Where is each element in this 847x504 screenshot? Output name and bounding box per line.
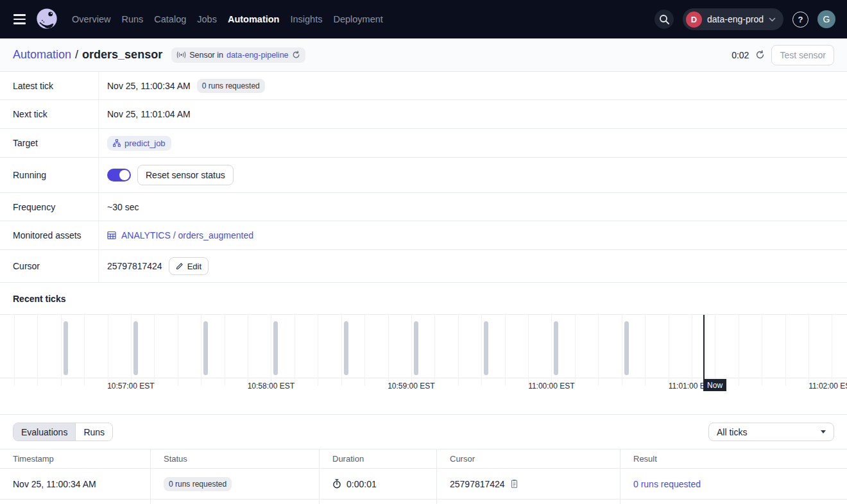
column-header-status: Status: [150, 449, 319, 468]
tick-bar[interactable]: [64, 321, 68, 375]
timeline-gridline: [739, 315, 739, 386]
timeline-gridline: [201, 315, 201, 386]
timeline-gridline: [434, 315, 435, 386]
frequency-row: Frequency ~30 sec: [0, 193, 847, 221]
copy-cursor-icon[interactable]: [510, 479, 518, 489]
dagster-logo-icon[interactable]: [35, 7, 59, 31]
nav-item-insights[interactable]: Insights: [290, 14, 322, 24]
running-row: Running Reset sensor status: [0, 158, 847, 193]
tab-runs[interactable]: Runs: [75, 423, 112, 441]
timeline-gridline: [785, 315, 786, 386]
timeline-gridline: [37, 315, 38, 386]
breadcrumb-separator: /: [75, 48, 78, 62]
timeline-gridline: [692, 315, 692, 386]
timeline-gridline: [575, 315, 576, 386]
timeline-gridline: [61, 315, 62, 386]
tick-filter-value: All ticks: [717, 427, 747, 437]
next-tick-row: Next tick Nov 25, 11:01:04 AM: [0, 100, 847, 129]
timeline-gridline: [14, 315, 15, 386]
help-button[interactable]: ?: [792, 12, 809, 28]
tick-bar[interactable]: [203, 321, 208, 375]
nav-item-deployment[interactable]: Deployment: [333, 14, 382, 24]
timeline-gridline: [271, 315, 271, 386]
cursor-label: Cursor: [0, 250, 99, 282]
code-location-link[interactable]: data-eng-pipeline: [227, 51, 289, 60]
nav-item-jobs[interactable]: Jobs: [197, 14, 217, 24]
deployment-switcher[interactable]: D data-eng-prod: [683, 8, 783, 30]
test-sensor-button[interactable]: Test sensor: [771, 45, 834, 65]
timeline-gridline: [388, 315, 389, 386]
caret-down-icon: [821, 430, 826, 433]
sensor-metadata: Latest tick Nov 25, 11:00:34 AM 0 runs r…: [0, 72, 847, 283]
monitored-asset-name: ANALYTICS / orders_augmented: [121, 230, 253, 240]
nav-item-catalog[interactable]: Catalog: [154, 14, 186, 24]
column-header-cursor: Cursor: [436, 449, 620, 468]
row-result-link[interactable]: 0 runs requested: [633, 479, 701, 489]
now-marker-line: [703, 315, 705, 383]
tick-bar[interactable]: [414, 321, 418, 375]
timeline-axis-label: 11:02:00 EST: [790, 382, 847, 391]
frequency-label: Frequency: [0, 193, 99, 221]
timeline-gridline: [84, 315, 85, 386]
tick-filter-select[interactable]: All ticks: [708, 423, 834, 441]
timeline-gridline: [154, 315, 155, 386]
recent-ticks-timeline[interactable]: 10:57:00 EST10:58:00 EST10:59:00 EST11:0…: [0, 314, 847, 401]
running-toggle[interactable]: [107, 169, 131, 181]
timeline-gridline: [832, 315, 832, 386]
timeline-axis-label: 10:58:00 EST: [229, 382, 312, 391]
tick-bar[interactable]: [273, 321, 278, 375]
row-status-badge: 0 runs requested: [164, 477, 232, 491]
table-row-partial: [0, 500, 847, 504]
evaluation-row: Nov 25, 11:00:34 AM0 runs requested0:00:…: [0, 469, 847, 500]
edit-cursor-button[interactable]: Edit: [169, 257, 209, 275]
reset-sensor-status-button[interactable]: Reset sensor status: [137, 165, 234, 185]
user-avatar[interactable]: G: [817, 10, 835, 28]
stopwatch-icon: [332, 479, 341, 489]
reload-icon[interactable]: [292, 51, 300, 59]
next-tick-label: Next tick: [0, 100, 99, 128]
tab-evaluations[interactable]: Evaluations: [13, 423, 75, 441]
recent-ticks-heading: Recent ticks: [0, 283, 847, 314]
breadcrumb-automation-link[interactable]: Automation: [13, 48, 71, 62]
timeline-axis-label: 10:57:00 EST: [89, 382, 173, 391]
tick-bar[interactable]: [554, 321, 558, 375]
column-header-timestamp: Timestamp: [0, 449, 150, 468]
target-label: Target: [0, 129, 99, 157]
latest-tick-row: Latest tick Nov 25, 11:00:34 AM 0 runs r…: [0, 72, 847, 100]
hamburger-menu-icon[interactable]: [12, 12, 27, 27]
deployment-avatar: D: [686, 12, 702, 28]
timeline-gridline: [178, 315, 178, 386]
asset-table-icon: [107, 231, 116, 240]
tick-bar[interactable]: [133, 321, 138, 375]
next-tick-time: Nov 25, 11:01:04 AM: [107, 109, 191, 119]
target-job-link[interactable]: predict_job: [107, 136, 171, 151]
chevron-down-icon: [769, 17, 776, 22]
timeline-axis-label: 11:00:00 EST: [509, 382, 593, 391]
tick-bar[interactable]: [624, 321, 629, 375]
search-button[interactable]: [654, 10, 674, 29]
row-cursor: 25797817424: [450, 479, 505, 489]
nav-item-automation[interactable]: Automation: [228, 14, 280, 24]
evaluations-runs-tabs: EvaluationsRuns: [13, 423, 113, 441]
timeline-gridline: [364, 315, 365, 386]
timeline-gridline: [225, 315, 225, 386]
monitored-asset-link[interactable]: ANALYTICS / orders_augmented: [107, 230, 253, 240]
refresh-icon[interactable]: [755, 50, 765, 60]
nav-item-overview[interactable]: Overview: [72, 14, 110, 24]
frequency-value: ~30 sec: [107, 202, 139, 212]
timeline-gridline: [551, 315, 552, 386]
row-timestamp: Nov 25, 11:00:34 AM: [13, 479, 96, 489]
page-title: orders_sensor: [82, 48, 162, 62]
deployment-name: data-eng-prod: [707, 14, 764, 24]
tick-bar[interactable]: [484, 321, 488, 375]
timeline-gridline: [809, 315, 809, 386]
sensor-badge-prefix: Sensor in: [189, 51, 223, 60]
timeline-gridline: [669, 315, 669, 386]
nav-item-runs[interactable]: Runs: [121, 14, 143, 24]
target-row: Target predict_job: [0, 129, 847, 158]
timeline-gridline: [598, 315, 599, 386]
latest-tick-time: Nov 25, 11:00:34 AM: [107, 81, 191, 91]
timeline-gridline: [411, 315, 412, 386]
tick-bar[interactable]: [344, 321, 348, 375]
question-icon: ?: [798, 15, 803, 24]
